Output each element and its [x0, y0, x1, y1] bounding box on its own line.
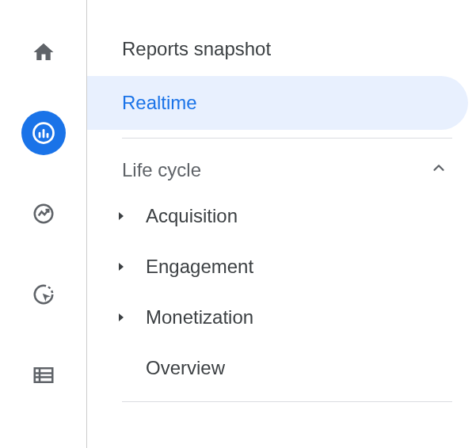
nav-advertising[interactable] [21, 272, 66, 317]
menu-realtime[interactable]: Realtime [87, 76, 468, 130]
menu-item-label: Reports snapshot [122, 38, 271, 60]
bar-chart-icon [32, 121, 55, 145]
nav-rail [0, 0, 87, 448]
nav-home[interactable] [21, 30, 66, 74]
nav-explore[interactable] [21, 192, 66, 236]
sub-item-overview[interactable]: Overview [87, 343, 476, 393]
svg-rect-5 [34, 368, 52, 382]
section-title: Life cycle [122, 159, 201, 181]
arrow-right-icon [114, 263, 128, 271]
sidebar: Reports snapshot Realtime Life cycle Acq… [87, 0, 476, 448]
home-icon [32, 40, 55, 64]
target-click-icon [32, 283, 55, 306]
trend-circle-icon [32, 202, 55, 226]
sub-item-label: Overview [146, 357, 225, 379]
sub-item-label: Monetization [146, 306, 253, 328]
table-list-icon [32, 363, 55, 387]
sub-item-engagement[interactable]: Engagement [87, 241, 476, 292]
divider [122, 401, 452, 402]
arrow-right-icon [114, 212, 128, 220]
sub-item-label: Acquisition [146, 205, 238, 227]
nav-configure[interactable] [21, 353, 66, 397]
divider [122, 138, 452, 139]
arrow-right-icon [114, 313, 128, 321]
menu-reports-snapshot[interactable]: Reports snapshot [87, 22, 476, 76]
menu-item-label: Realtime [122, 92, 197, 114]
sub-item-monetization[interactable]: Monetization [87, 292, 476, 343]
sub-item-label: Engagement [146, 256, 253, 278]
nav-reports[interactable] [21, 111, 66, 155]
sub-item-acquisition[interactable]: Acquisition [87, 191, 476, 241]
section-life-cycle[interactable]: Life cycle [87, 150, 476, 191]
chevron-up-icon [430, 159, 447, 181]
